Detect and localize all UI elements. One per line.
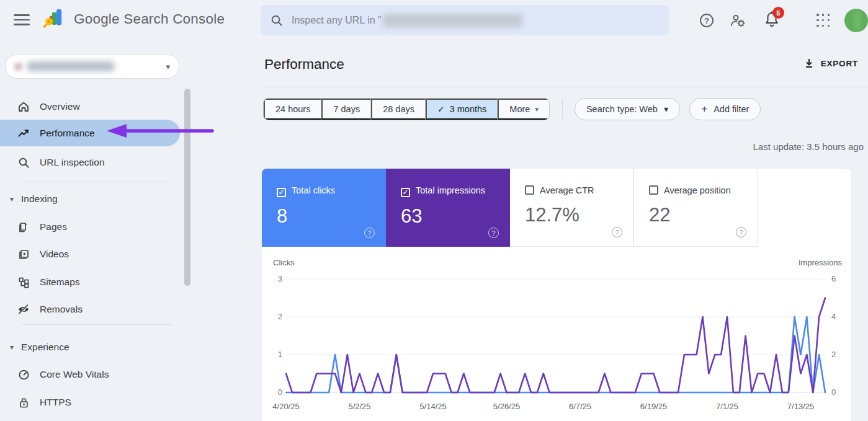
sidebar-item-https[interactable]: HTTPS [0,390,180,415]
checkbox-unchecked-icon[interactable] [525,185,534,195]
magnifier-icon [17,156,30,169]
help-icon[interactable]: ? [736,227,746,237]
person-gear-icon [730,12,746,29]
svg-text:1: 1 [278,350,282,359]
metric-value: 63 [401,205,510,228]
page-title: Performance [264,56,344,73]
svg-text:5/26/25: 5/26/25 [493,402,520,411]
svg-text:5/14/25: 5/14/25 [419,402,446,411]
svg-text:6/19/25: 6/19/25 [640,402,667,411]
video-icon [17,248,30,260]
chevron-down-icon: ▾ [10,343,14,352]
help-icon[interactable]: ? [698,12,715,29]
user-settings-icon[interactable] [729,12,746,29]
gridlines [286,279,825,392]
metric-card-total-clicks[interactable]: ✓Total clicks 8 ? [262,169,386,247]
sidebar-item-pages[interactable]: Pages [0,215,180,239]
sidebar-item-label: Overview [40,101,80,112]
checkbox-checked-icon[interactable]: ✓ [401,188,410,197]
checkbox-unchecked-icon[interactable] [649,185,658,195]
menu-icon[interactable] [14,13,30,27]
performance-chart[interactable]: Clicks Impressions 3 2 1 0 6 4 [262,247,851,421]
performance-panel: ✓Total clicks 8 ? ✓Total impressions 63 … [262,169,851,421]
divider [22,182,171,182]
tab-24-hours[interactable]: 24 hours [264,99,321,120]
sidebar-item-label: URL inspection [40,157,105,168]
svg-text:4/20/25: 4/20/25 [272,402,299,411]
help-icon[interactable]: ? [488,228,499,238]
date-range-tabs: 24 hours 7 days 28 days ✓ 3 months More … [263,98,550,120]
download-icon [803,58,815,69]
chevron-down-icon: ▾ [10,195,14,203]
export-button[interactable]: EXPORT [803,58,858,69]
metric-card-average-position[interactable]: Average position 22 ? [634,169,758,247]
app-title: Google Search Console [74,11,225,27]
divider [22,324,171,325]
right-axis-title: Impressions [799,258,843,267]
x-axis-labels: 4/20/25 5/2/25 5/14/25 5/26/25 6/7/25 6/… [272,402,814,411]
metric-card-total-impressions[interactable]: ✓Total impressions 63 ? [386,169,510,247]
main-content: Performance EXPORT 24 hours 7 days 28 da… [262,40,868,421]
metric-card-average-ctr[interactable]: Average CTR 12.7% ? [510,169,634,247]
help-icon[interactable]: ? [612,227,622,237]
search-type-dropdown[interactable]: Search type: Web ▾ [575,98,680,120]
right-axis-ticks: 6 4 2 0 [831,274,836,397]
eye-off-icon [17,303,30,316]
svg-text:6: 6 [831,274,836,283]
account-avatar[interactable] [844,9,868,32]
sidebar-item-sitemaps[interactable]: Sitemaps [0,270,180,295]
search-placeholder: Inspect any URL in " [292,15,382,26]
divider [562,100,563,118]
sidebar-item-url-inspection[interactable]: URL inspection [0,150,180,175]
sidebar-item-label: Sitemaps [40,277,80,288]
gauge-icon [17,368,30,381]
svg-text:4: 4 [831,312,836,321]
svg-text:7/13/25: 7/13/25 [787,402,814,411]
notification-count-badge: 5 [772,7,784,19]
left-axis-title: Clicks [273,258,295,267]
property-selector[interactable]: ▾ [5,54,179,79]
metric-value: 12.7% [525,204,633,226]
lock-icon [17,396,30,409]
notifications-bell-icon[interactable]: 5 [764,11,784,30]
svg-text:7/1/25: 7/1/25 [716,402,738,411]
last-update-text: Last update: 3.5 hours ago [753,141,864,152]
filter-bar: 24 hours 7 days 28 days ✓ 3 months More … [263,98,761,120]
url-inspection-searchbar[interactable]: Inspect any URL in " [261,5,669,35]
sidebar-scrollbar[interactable] [184,89,190,286]
plus-icon: + [701,103,707,115]
sidebar-item-label: Performance [40,128,95,139]
sidebar-item-overview[interactable]: Overview [0,94,180,119]
cards-spacer [758,169,851,247]
sidebar-item-core-web-vitals[interactable]: Core Web Vitals [0,362,180,387]
tab-7-days[interactable]: 7 days [321,99,371,120]
tab-28-days[interactable]: 28 days [371,99,426,120]
sidebar-item-label: Removals [40,304,83,315]
sidebar-item-removals[interactable]: Removals [0,297,180,322]
svg-text:2: 2 [278,312,282,321]
add-filter-button[interactable]: + Add filter [689,98,761,120]
sidebar-item-label: Core Web Vitals [40,369,109,380]
property-favicon [14,63,22,71]
help-icon[interactable]: ? [364,228,375,238]
check-icon: ✓ [437,104,445,114]
sidebar-item-performance[interactable]: Performance [0,120,180,146]
tab-3-months[interactable]: ✓ 3 months [426,99,498,120]
pages-icon [17,221,30,233]
metric-value: 22 [649,204,758,226]
top-app-bar: Google Search Console Inspect any URL in… [0,0,868,40]
redacted-property-name [27,61,114,71]
home-icon [17,100,30,113]
sidebar-section-indexing[interactable]: ▾ Indexing [0,189,180,209]
google-apps-grid-icon[interactable] [817,14,830,27]
search-icon [271,14,283,27]
checkbox-checked-icon[interactable]: ✓ [277,188,286,197]
sidebar-section-experience[interactable]: ▾ Experience [0,337,180,357]
search-console-logo-icon [42,7,67,33]
tab-more[interactable]: More ▾ [498,99,549,120]
sidebar-item-videos[interactable]: Videos [0,242,180,267]
sidebar-item-label: Videos [40,249,69,260]
chevron-down-icon: ▾ [535,105,539,113]
chart-series [286,298,825,393]
chevron-down-icon: ▾ [166,62,170,71]
